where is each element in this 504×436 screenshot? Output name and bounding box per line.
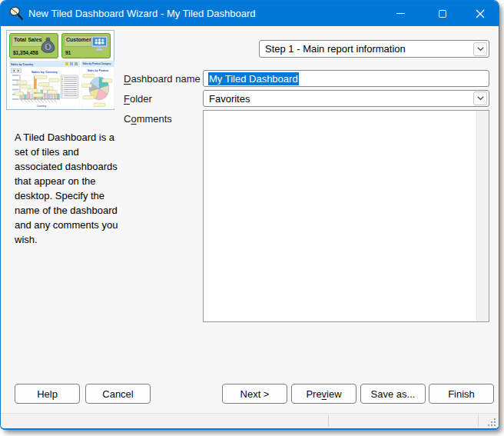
- folder-dropdown[interactable]: Favorites: [203, 90, 489, 107]
- finish-button[interactable]: Finish: [429, 384, 494, 404]
- dashboard-name-label: Dashboard name: [124, 73, 201, 85]
- status-bar: [1, 413, 499, 428]
- tile-title: Total Sales: [14, 37, 41, 42]
- svg-text:Country: Country: [37, 105, 47, 108]
- next-button[interactable]: Next >: [222, 384, 287, 404]
- maximize-icon: [439, 10, 446, 18]
- dashboard-preview-thumbnail: Total Sales $1,354,458 $ Customers 91: [6, 30, 114, 110]
- title-bar[interactable]: New Tiled Dashboard Wizard - My Tiled Da…: [1, 1, 499, 26]
- preview-tile-customers: Customers 91: [61, 33, 111, 58]
- wizard-magnifier-icon: [9, 6, 24, 21]
- mini-pie-chart: Sales by Product Category Sales by Produ…: [81, 61, 114, 108]
- status-bar-separator: [478, 415, 479, 427]
- comments-label: Comments: [124, 113, 172, 125]
- preview-button[interactable]: Preview: [291, 384, 356, 404]
- chevron-down-icon: [477, 96, 484, 101]
- comments-textarea[interactable]: [203, 110, 489, 322]
- maximize-button[interactable]: [425, 1, 460, 26]
- tile-value: $1,354,458: [13, 50, 38, 55]
- folder-value: Favorites: [209, 93, 473, 105]
- screen: New Tiled Dashboard Wizard - My Tiled Da…: [0, 0, 504, 436]
- wizard-description: A Tiled Dashboard is a set of tiles and …: [15, 130, 124, 247]
- help-button[interactable]: Help: [15, 384, 80, 404]
- preview-tile-total-sales: Total Sales $1,354,458 $: [9, 33, 58, 58]
- minimize-icon: [396, 13, 405, 14]
- selected-text: My Tiled Dashboard: [208, 72, 299, 85]
- wizard-dialog: New Tiled Dashboard Wizard - My Tiled Da…: [0, 0, 499, 430]
- mini-bar-chart: Sales by Country Sales by Country: [9, 61, 80, 108]
- svg-text:Sales by Product: Sales by Product: [88, 69, 109, 72]
- dropdown-button[interactable]: [473, 42, 487, 56]
- resize-grip[interactable]: [486, 417, 496, 427]
- close-icon: [476, 9, 485, 18]
- svg-text:Sales by Product Category: Sales by Product Category: [83, 62, 111, 65]
- svg-text:$: $: [46, 43, 49, 50]
- folder-label: Folder: [124, 93, 152, 105]
- monitor-people-icon: [91, 35, 108, 52]
- cancel-button[interactable]: Cancel: [85, 384, 151, 404]
- close-button[interactable]: [463, 1, 498, 26]
- status-bar-separator: [328, 415, 329, 427]
- money-bag-icon: $: [40, 35, 56, 53]
- step-selector-value: Step 1 - Main report information: [265, 43, 473, 55]
- step-selector-dropdown[interactable]: Step 1 - Main report information: [259, 40, 489, 58]
- window-title: New Tiled Dashboard Wizard - My Tiled Da…: [28, 8, 256, 19]
- chevron-down-icon: [477, 47, 484, 52]
- svg-text:Sales by Country: Sales by Country: [11, 63, 33, 66]
- svg-text:Sales by Country: Sales by Country: [32, 70, 58, 74]
- tile-value: 91: [65, 50, 71, 55]
- vertical-scrollbar[interactable]: [476, 111, 489, 321]
- save-as-button[interactable]: Save as...: [360, 384, 426, 404]
- dashboard-name-input[interactable]: My Tiled Dashboard: [203, 70, 489, 87]
- minimize-button[interactable]: [383, 1, 418, 26]
- dropdown-button[interactable]: [473, 92, 487, 105]
